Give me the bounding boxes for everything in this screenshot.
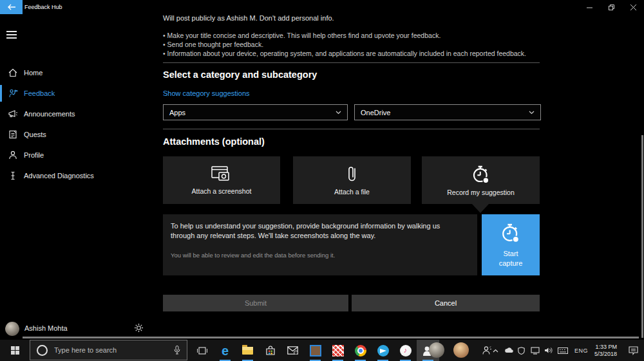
chevron-down-icon — [336, 111, 341, 115]
network-tray[interactable] — [528, 340, 542, 361]
volume-tray[interactable] — [542, 340, 555, 361]
user-name: Ashish Mohta — [24, 324, 68, 332]
taskbar-app-chrome[interactable] — [349, 340, 372, 361]
telegram-icon — [377, 345, 389, 356]
defender-tray[interactable] — [515, 340, 528, 361]
action-center-button[interactable] — [622, 340, 644, 361]
screenshot-icon — [211, 165, 232, 183]
action-center-icon — [629, 346, 638, 355]
submit-button[interactable]: Submit — [163, 295, 348, 311]
minimize-button[interactable] — [578, 0, 600, 14]
taskbar: e ♪ — [0, 340, 644, 361]
restore-icon — [609, 5, 614, 10]
callout-pointer — [472, 204, 489, 213]
minimize-icon — [587, 5, 592, 10]
search-input[interactable] — [53, 346, 174, 355]
record-panel: To help us understand your suggestion, p… — [163, 214, 477, 275]
attach-file-tile[interactable]: Attach a file — [293, 156, 411, 204]
contact-avatar-1[interactable] — [429, 342, 444, 358]
close-icon — [630, 5, 636, 10]
red-app-icon — [332, 345, 344, 356]
mail-icon — [287, 346, 298, 355]
announcements-icon — [8, 109, 18, 119]
sidebar-item-advanced-diagnostics[interactable]: Advanced Diagnostics — [0, 167, 149, 184]
record-panel-note: You will be able to review and edit the … — [171, 252, 335, 259]
taskbar-app-mail[interactable] — [281, 340, 304, 361]
sidebar-item-feedback[interactable]: Feedback — [0, 85, 149, 102]
task-view-button[interactable] — [191, 340, 214, 361]
touch-keyboard-tray[interactable] — [555, 340, 571, 361]
onedrive-tray[interactable] — [502, 340, 515, 361]
microphone-icon[interactable] — [174, 346, 180, 355]
language-indicator[interactable]: ENG — [571, 340, 592, 361]
tip-item: Make your title concise and descriptive.… — [163, 31, 540, 40]
divider — [163, 129, 540, 129]
sidebar-item-announcements[interactable]: Announcements — [0, 106, 149, 122]
restore-button[interactable] — [600, 0, 622, 14]
feedback-tips: Make your title concise and descriptive.… — [163, 31, 540, 58]
cancel-button[interactable]: Cancel — [352, 295, 540, 311]
clock-date: 5/3/2018 — [594, 351, 617, 358]
tip-item: Information about your device, operating… — [163, 49, 540, 58]
menu-button[interactable] — [6, 31, 17, 39]
category-select[interactable]: Apps — [163, 104, 348, 120]
start-capture-button[interactable]: Start capture — [482, 214, 540, 275]
taskbar-app-file-explorer[interactable] — [236, 340, 259, 361]
hidden-icons-chevron — [493, 349, 498, 353]
taskbar-app-store[interactable] — [259, 340, 281, 361]
taskbar-clock[interactable]: 1:33 PM5/3/2018 — [592, 340, 622, 361]
close-button[interactable] — [622, 0, 644, 14]
record-panel-description: To help us understand your suggestion, p… — [171, 221, 460, 241]
start-button[interactable] — [0, 340, 30, 361]
sidebar-item-home[interactable]: Home — [0, 64, 149, 81]
attach-screenshot-tile[interactable]: Attach a screenshot — [163, 156, 280, 204]
volume-icon — [544, 347, 553, 354]
hidden-icons-button[interactable] — [489, 340, 502, 361]
stopwatch-icon — [471, 164, 491, 185]
active-indicator — [0, 85, 2, 102]
touch-keyboard-icon — [558, 347, 568, 354]
stopwatch-icon — [500, 222, 522, 244]
subcategory-select[interactable]: OneDrive — [354, 104, 541, 120]
clock-time: 1:33 PM — [594, 344, 617, 351]
chrome-icon — [355, 345, 366, 356]
tip-item: Send one thought per feedback. — [163, 40, 540, 49]
taskbar-search[interactable] — [30, 340, 187, 360]
home-icon — [8, 68, 18, 78]
horizontal-scrollbar[interactable] — [23, 337, 639, 338]
sidebar-item-quests[interactable]: Quests — [0, 126, 149, 143]
profile-icon — [8, 150, 18, 160]
taskbar-app-red[interactable] — [327, 340, 349, 361]
divider — [163, 62, 540, 63]
task-view-icon — [197, 347, 207, 355]
taskbar-app-photos[interactable] — [304, 340, 327, 361]
record-suggestion-tile[interactable]: Record my suggestion — [422, 156, 540, 204]
sidebar-item-profile[interactable]: Profile — [0, 147, 149, 163]
cortana-icon — [37, 345, 48, 356]
quests-icon — [8, 129, 18, 140]
shield-icon — [518, 347, 525, 355]
window-controls — [578, 0, 644, 14]
photos-icon — [310, 345, 321, 356]
people-bar — [429, 342, 469, 358]
file-explorer-icon — [242, 347, 253, 355]
back-button[interactable] — [0, 0, 23, 14]
titlebar: Feedback Hub — [0, 0, 644, 14]
user-avatar — [5, 322, 19, 336]
store-icon — [265, 346, 276, 356]
category-heading: Select a category and subcategory — [163, 69, 317, 80]
gear-icon[interactable] — [134, 323, 144, 333]
vertical-scrollbar[interactable] — [641, 135, 643, 338]
edge-icon: e — [222, 344, 229, 357]
taskbar-app-edge[interactable]: e — [214, 340, 236, 361]
contact-avatar-2[interactable] — [453, 342, 469, 358]
diagnostics-icon — [8, 171, 18, 181]
feedback-icon — [8, 88, 18, 98]
show-category-suggestions-link[interactable]: Show category suggestions — [163, 89, 250, 97]
screen: Feedback Hub Home Feedba — [0, 0, 644, 361]
post-publicly-note: Will post publicly as Ashish M. Don't ad… — [163, 14, 334, 22]
taskbar-app-itunes[interactable]: ♪ — [394, 340, 417, 361]
taskbar-app-telegram[interactable] — [372, 340, 394, 361]
windows-logo-icon — [11, 346, 19, 355]
pinned-apps: e ♪ — [214, 340, 439, 361]
